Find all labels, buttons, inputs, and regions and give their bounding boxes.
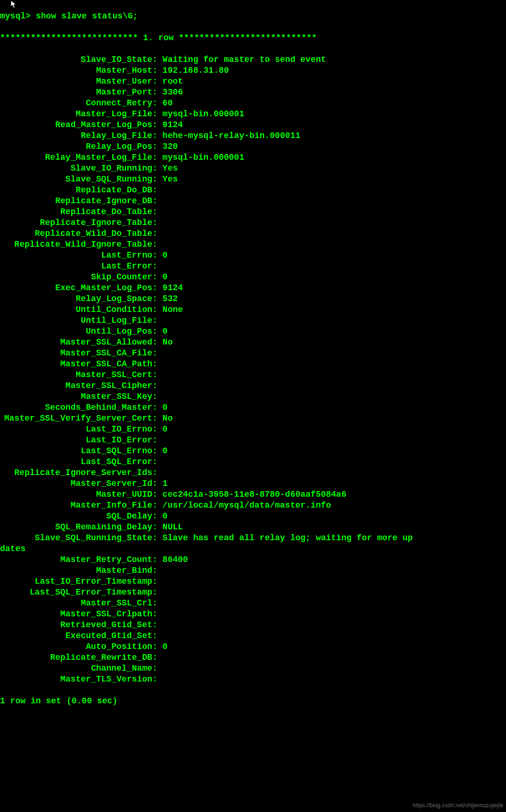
status-value: Slave has read all relay log; waiting fo… xyxy=(163,533,413,544)
status-label: Seconds_Behind_Master xyxy=(0,402,152,413)
status-row: Master_Info_File: /usr/local/mysql/data/… xyxy=(0,500,506,511)
row-header: *************************** 1. row *****… xyxy=(0,33,506,43)
status-label: Master_Log_File xyxy=(0,109,152,120)
status-row: Relay_Log_File: hehe-mysql-relay-bin.000… xyxy=(0,130,506,141)
status-value: Waiting for master to send event xyxy=(163,54,326,65)
status-label: Master_SSL_Allowed xyxy=(0,337,152,348)
status-row: Skip_Counter: 0 xyxy=(0,272,506,283)
status-row: Master_Bind: xyxy=(0,565,506,576)
status-separator: : xyxy=(152,76,163,87)
status-label: Skip_Counter xyxy=(0,272,152,283)
status-row: Master_SSL_Cipher: xyxy=(0,380,506,391)
status-separator: : xyxy=(152,391,163,402)
status-label: Until_Condition xyxy=(0,304,152,315)
status-row: Channel_Name: xyxy=(0,663,506,674)
status-label: Connect_Retry xyxy=(0,98,152,109)
status-row: Master_SSL_Key: xyxy=(0,391,506,402)
status-value: 320 xyxy=(163,141,178,152)
status-value: mysql-bin.000001 xyxy=(163,152,244,163)
status-separator: : xyxy=(152,576,163,587)
status-value: 0 xyxy=(163,446,168,457)
status-row: Master_UUID: cec24c1a-3958-11e8-8780-d60… xyxy=(0,489,506,500)
status-label: Relay_Master_Log_File xyxy=(0,152,152,163)
status-label: Until_Log_Pos xyxy=(0,326,152,337)
status-separator: : xyxy=(152,163,163,174)
status-separator: : xyxy=(152,489,163,500)
status-row: Replicate_Do_DB: xyxy=(0,185,506,196)
status-row: Master_Log_File: mysql-bin.000001 xyxy=(0,109,506,120)
status-row: Replicate_Ignore_Table: xyxy=(0,217,506,228)
status-separator: : xyxy=(152,663,163,674)
status-separator: : xyxy=(152,402,163,413)
status-row: Relay_Log_Pos: 320 xyxy=(0,141,506,152)
status-label: Replicate_Wild_Do_Table xyxy=(0,228,152,239)
status-value: 0 xyxy=(163,250,168,261)
status-separator: : xyxy=(152,554,163,565)
status-row: Auto_Position: 0 xyxy=(0,641,506,652)
status-label: Channel_Name xyxy=(0,663,152,674)
status-separator: : xyxy=(152,207,163,217)
command-text: show slave status\G; xyxy=(36,11,138,21)
status-label: Last_IO_Error_Timestamp xyxy=(0,576,152,587)
status-value: cec24c1a-3958-11e8-8780-d60aaf5084a6 xyxy=(163,489,347,500)
status-separator: : xyxy=(152,380,163,391)
status-separator: : xyxy=(152,511,163,522)
status-row: Slave_SQL_Running_State: Slave has read … xyxy=(0,533,506,544)
status-label: SQL_Delay xyxy=(0,511,152,522)
status-value: 0 xyxy=(163,641,168,652)
status-row: Master_SSL_Cert: xyxy=(0,370,506,380)
status-separator: : xyxy=(152,109,163,120)
status-row: Last_IO_Error: xyxy=(0,435,506,446)
status-label: Master_Server_Id xyxy=(0,478,152,489)
status-row: Replicate_Ignore_Server_Ids: xyxy=(0,467,506,478)
status-value: 0 xyxy=(163,402,168,413)
status-label: Master_Bind xyxy=(0,565,152,576)
status-label: Master_User xyxy=(0,76,152,87)
status-row: Master_SSL_CA_Path: xyxy=(0,359,506,370)
status-value: 3306 xyxy=(163,87,183,98)
status-row: Master_Host: 192.168.31.80 xyxy=(0,65,506,76)
status-separator: : xyxy=(152,533,163,544)
status-separator: : xyxy=(152,239,163,250)
status-row: Last_Error: xyxy=(0,261,506,272)
status-row: Master_SSL_CA_File: xyxy=(0,348,506,359)
status-separator: : xyxy=(152,120,163,130)
status-separator: : xyxy=(152,500,163,511)
status-value: 0 xyxy=(163,272,168,283)
status-row: SQL_Remaining_Delay: NULL xyxy=(0,522,506,533)
status-label: Last_IO_Errno xyxy=(0,424,152,435)
status-value: No xyxy=(163,413,173,424)
status-row: Until_Condition: None xyxy=(0,304,506,315)
status-label: Master_SSL_Cipher xyxy=(0,380,152,391)
status-value: Yes xyxy=(163,174,178,185)
status-label: Relay_Log_Space xyxy=(0,294,152,304)
status-label: Master_Retry_Count xyxy=(0,554,152,565)
status-separator: : xyxy=(152,435,163,446)
status-label: Last_SQL_Error_Timestamp xyxy=(0,587,152,598)
status-label: Replicate_Ignore_DB xyxy=(0,196,152,207)
status-label: Last_SQL_Error xyxy=(0,457,152,467)
status-row: dates xyxy=(0,544,506,554)
status-separator: : xyxy=(152,272,163,283)
status-label: Master_SSL_Verify_Server_Cert xyxy=(0,413,152,424)
status-separator: : xyxy=(152,217,163,228)
status-separator: : xyxy=(152,478,163,489)
status-separator: : xyxy=(152,294,163,304)
status-separator: : xyxy=(152,587,163,598)
status-separator: : xyxy=(152,87,163,98)
status-row: SQL_Delay: 0 xyxy=(0,511,506,522)
status-label: Master_SSL_Cert xyxy=(0,370,152,380)
status-separator: : xyxy=(152,54,163,65)
status-value-wrap: dates xyxy=(0,544,26,554)
status-separator: : xyxy=(152,152,163,163)
status-row: Master_SSL_Verify_Server_Cert: No xyxy=(0,413,506,424)
status-row: Master_Port: 3306 xyxy=(0,87,506,98)
status-label: Master_Info_File xyxy=(0,500,152,511)
status-value: 9124 xyxy=(163,120,183,130)
status-value: root xyxy=(163,76,183,87)
status-row: Master_User: root xyxy=(0,76,506,87)
status-separator: : xyxy=(152,228,163,239)
terminal-output[interactable]: mysql> show slave status\G; ************… xyxy=(0,0,506,717)
status-label: Relay_Log_File xyxy=(0,130,152,141)
status-label: Last_IO_Error xyxy=(0,435,152,446)
